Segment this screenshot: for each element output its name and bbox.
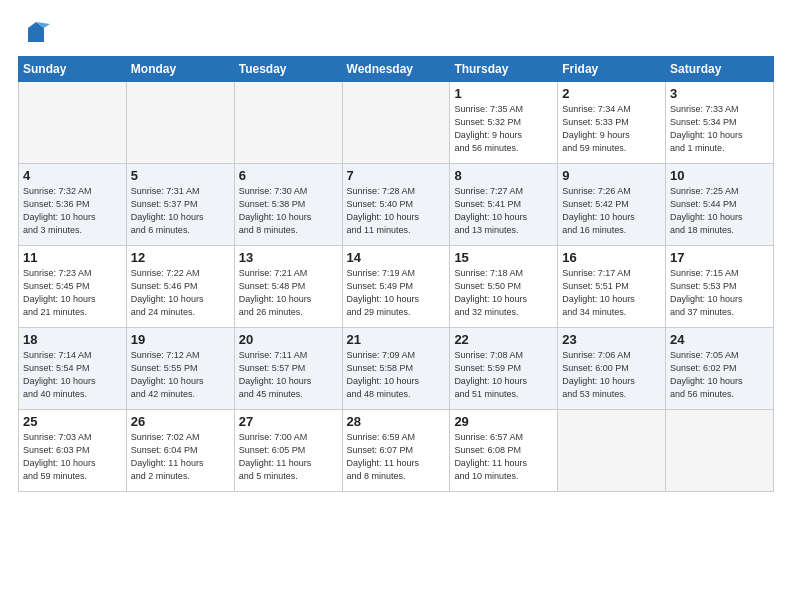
day-number: 5 bbox=[131, 168, 230, 183]
calendar-cell bbox=[126, 82, 234, 164]
calendar-cell: 21Sunrise: 7:09 AMSunset: 5:58 PMDayligh… bbox=[342, 328, 450, 410]
calendar-cell: 15Sunrise: 7:18 AMSunset: 5:50 PMDayligh… bbox=[450, 246, 558, 328]
day-info: Sunrise: 7:18 AMSunset: 5:50 PMDaylight:… bbox=[454, 267, 553, 319]
day-info: Sunrise: 7:33 AMSunset: 5:34 PMDaylight:… bbox=[670, 103, 769, 155]
calendar-cell bbox=[234, 82, 342, 164]
calendar-week-3: 18Sunrise: 7:14 AMSunset: 5:54 PMDayligh… bbox=[19, 328, 774, 410]
logo bbox=[18, 20, 50, 48]
calendar: SundayMondayTuesdayWednesdayThursdayFrid… bbox=[18, 56, 774, 492]
calendar-cell: 13Sunrise: 7:21 AMSunset: 5:48 PMDayligh… bbox=[234, 246, 342, 328]
calendar-cell: 25Sunrise: 7:03 AMSunset: 6:03 PMDayligh… bbox=[19, 410, 127, 492]
day-info: Sunrise: 7:19 AMSunset: 5:49 PMDaylight:… bbox=[347, 267, 446, 319]
day-info: Sunrise: 7:27 AMSunset: 5:41 PMDaylight:… bbox=[454, 185, 553, 237]
day-info: Sunrise: 7:03 AMSunset: 6:03 PMDaylight:… bbox=[23, 431, 122, 483]
calendar-cell: 4Sunrise: 7:32 AMSunset: 5:36 PMDaylight… bbox=[19, 164, 127, 246]
day-info: Sunrise: 7:21 AMSunset: 5:48 PMDaylight:… bbox=[239, 267, 338, 319]
calendar-cell: 12Sunrise: 7:22 AMSunset: 5:46 PMDayligh… bbox=[126, 246, 234, 328]
day-number: 18 bbox=[23, 332, 122, 347]
calendar-cell: 22Sunrise: 7:08 AMSunset: 5:59 PMDayligh… bbox=[450, 328, 558, 410]
calendar-cell: 16Sunrise: 7:17 AMSunset: 5:51 PMDayligh… bbox=[558, 246, 666, 328]
day-info: Sunrise: 7:05 AMSunset: 6:02 PMDaylight:… bbox=[670, 349, 769, 401]
calendar-cell: 19Sunrise: 7:12 AMSunset: 5:55 PMDayligh… bbox=[126, 328, 234, 410]
col-header-thursday: Thursday bbox=[450, 57, 558, 82]
day-info: Sunrise: 7:25 AMSunset: 5:44 PMDaylight:… bbox=[670, 185, 769, 237]
day-number: 26 bbox=[131, 414, 230, 429]
day-info: Sunrise: 7:11 AMSunset: 5:57 PMDaylight:… bbox=[239, 349, 338, 401]
calendar-cell: 8Sunrise: 7:27 AMSunset: 5:41 PMDaylight… bbox=[450, 164, 558, 246]
calendar-cell: 11Sunrise: 7:23 AMSunset: 5:45 PMDayligh… bbox=[19, 246, 127, 328]
col-header-sunday: Sunday bbox=[19, 57, 127, 82]
day-info: Sunrise: 7:15 AMSunset: 5:53 PMDaylight:… bbox=[670, 267, 769, 319]
day-number: 19 bbox=[131, 332, 230, 347]
calendar-cell: 17Sunrise: 7:15 AMSunset: 5:53 PMDayligh… bbox=[666, 246, 774, 328]
calendar-cell: 20Sunrise: 7:11 AMSunset: 5:57 PMDayligh… bbox=[234, 328, 342, 410]
calendar-week-4: 25Sunrise: 7:03 AMSunset: 6:03 PMDayligh… bbox=[19, 410, 774, 492]
day-number: 2 bbox=[562, 86, 661, 101]
col-header-friday: Friday bbox=[558, 57, 666, 82]
calendar-cell: 28Sunrise: 6:59 AMSunset: 6:07 PMDayligh… bbox=[342, 410, 450, 492]
calendar-cell: 10Sunrise: 7:25 AMSunset: 5:44 PMDayligh… bbox=[666, 164, 774, 246]
day-number: 7 bbox=[347, 168, 446, 183]
calendar-cell: 26Sunrise: 7:02 AMSunset: 6:04 PMDayligh… bbox=[126, 410, 234, 492]
calendar-cell bbox=[342, 82, 450, 164]
day-info: Sunrise: 7:06 AMSunset: 6:00 PMDaylight:… bbox=[562, 349, 661, 401]
calendar-week-0: 1Sunrise: 7:35 AMSunset: 5:32 PMDaylight… bbox=[19, 82, 774, 164]
logo-icon bbox=[22, 20, 50, 48]
calendar-cell: 14Sunrise: 7:19 AMSunset: 5:49 PMDayligh… bbox=[342, 246, 450, 328]
day-info: Sunrise: 6:59 AMSunset: 6:07 PMDaylight:… bbox=[347, 431, 446, 483]
day-number: 10 bbox=[670, 168, 769, 183]
col-header-tuesday: Tuesday bbox=[234, 57, 342, 82]
calendar-cell: 18Sunrise: 7:14 AMSunset: 5:54 PMDayligh… bbox=[19, 328, 127, 410]
day-info: Sunrise: 7:32 AMSunset: 5:36 PMDaylight:… bbox=[23, 185, 122, 237]
day-number: 15 bbox=[454, 250, 553, 265]
calendar-week-1: 4Sunrise: 7:32 AMSunset: 5:36 PMDaylight… bbox=[19, 164, 774, 246]
day-number: 28 bbox=[347, 414, 446, 429]
col-header-monday: Monday bbox=[126, 57, 234, 82]
calendar-cell: 24Sunrise: 7:05 AMSunset: 6:02 PMDayligh… bbox=[666, 328, 774, 410]
day-info: Sunrise: 7:34 AMSunset: 5:33 PMDaylight:… bbox=[562, 103, 661, 155]
day-number: 22 bbox=[454, 332, 553, 347]
day-info: Sunrise: 7:28 AMSunset: 5:40 PMDaylight:… bbox=[347, 185, 446, 237]
day-number: 23 bbox=[562, 332, 661, 347]
day-number: 29 bbox=[454, 414, 553, 429]
day-number: 9 bbox=[562, 168, 661, 183]
day-number: 13 bbox=[239, 250, 338, 265]
calendar-cell bbox=[558, 410, 666, 492]
calendar-cell: 7Sunrise: 7:28 AMSunset: 5:40 PMDaylight… bbox=[342, 164, 450, 246]
day-info: Sunrise: 7:23 AMSunset: 5:45 PMDaylight:… bbox=[23, 267, 122, 319]
day-info: Sunrise: 6:57 AMSunset: 6:08 PMDaylight:… bbox=[454, 431, 553, 483]
day-info: Sunrise: 7:00 AMSunset: 6:05 PMDaylight:… bbox=[239, 431, 338, 483]
day-number: 1 bbox=[454, 86, 553, 101]
calendar-header-row: SundayMondayTuesdayWednesdayThursdayFrid… bbox=[19, 57, 774, 82]
calendar-week-2: 11Sunrise: 7:23 AMSunset: 5:45 PMDayligh… bbox=[19, 246, 774, 328]
calendar-cell: 6Sunrise: 7:30 AMSunset: 5:38 PMDaylight… bbox=[234, 164, 342, 246]
day-info: Sunrise: 7:08 AMSunset: 5:59 PMDaylight:… bbox=[454, 349, 553, 401]
day-number: 24 bbox=[670, 332, 769, 347]
col-header-wednesday: Wednesday bbox=[342, 57, 450, 82]
day-info: Sunrise: 7:26 AMSunset: 5:42 PMDaylight:… bbox=[562, 185, 661, 237]
calendar-cell: 2Sunrise: 7:34 AMSunset: 5:33 PMDaylight… bbox=[558, 82, 666, 164]
day-info: Sunrise: 7:17 AMSunset: 5:51 PMDaylight:… bbox=[562, 267, 661, 319]
calendar-cell: 29Sunrise: 6:57 AMSunset: 6:08 PMDayligh… bbox=[450, 410, 558, 492]
day-info: Sunrise: 7:12 AMSunset: 5:55 PMDaylight:… bbox=[131, 349, 230, 401]
calendar-cell: 1Sunrise: 7:35 AMSunset: 5:32 PMDaylight… bbox=[450, 82, 558, 164]
day-number: 27 bbox=[239, 414, 338, 429]
calendar-cell: 27Sunrise: 7:00 AMSunset: 6:05 PMDayligh… bbox=[234, 410, 342, 492]
day-info: Sunrise: 7:09 AMSunset: 5:58 PMDaylight:… bbox=[347, 349, 446, 401]
calendar-cell: 9Sunrise: 7:26 AMSunset: 5:42 PMDaylight… bbox=[558, 164, 666, 246]
day-number: 6 bbox=[239, 168, 338, 183]
day-info: Sunrise: 7:14 AMSunset: 5:54 PMDaylight:… bbox=[23, 349, 122, 401]
day-number: 25 bbox=[23, 414, 122, 429]
calendar-cell bbox=[666, 410, 774, 492]
day-number: 20 bbox=[239, 332, 338, 347]
day-info: Sunrise: 7:22 AMSunset: 5:46 PMDaylight:… bbox=[131, 267, 230, 319]
day-info: Sunrise: 7:02 AMSunset: 6:04 PMDaylight:… bbox=[131, 431, 230, 483]
day-number: 17 bbox=[670, 250, 769, 265]
day-number: 4 bbox=[23, 168, 122, 183]
day-number: 8 bbox=[454, 168, 553, 183]
day-number: 14 bbox=[347, 250, 446, 265]
header bbox=[18, 16, 774, 48]
day-number: 21 bbox=[347, 332, 446, 347]
calendar-cell: 5Sunrise: 7:31 AMSunset: 5:37 PMDaylight… bbox=[126, 164, 234, 246]
day-number: 16 bbox=[562, 250, 661, 265]
